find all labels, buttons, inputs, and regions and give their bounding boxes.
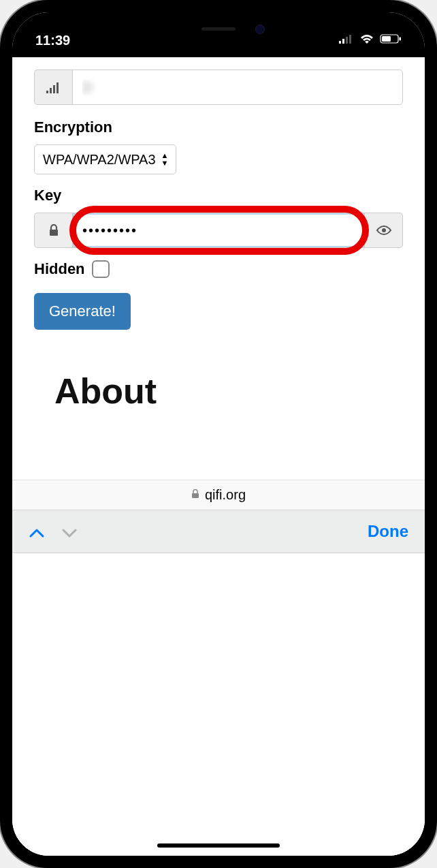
next-field-button[interactable] [61,521,78,542]
form-area: Encryption WPA/WPA2/WPA3 ▲▼ Key [12,57,425,412]
phone-screen: 11:39 E [12,12,425,856]
key-label: Key [34,187,403,204]
svg-rect-2 [346,37,348,44]
content: Encryption WPA/WPA2/WPA3 ▲▼ Key [12,57,425,856]
done-button[interactable]: Done [368,522,408,541]
lock-icon [34,213,72,248]
svg-rect-0 [339,41,341,44]
wifi-icon [359,33,374,47]
svg-rect-3 [349,35,351,44]
svg-rect-5 [382,36,391,42]
ssid-input-group [34,69,403,105]
hidden-checkbox[interactable] [92,260,110,278]
svg-rect-6 [400,37,402,41]
status-time: 11:39 [35,33,70,48]
svg-rect-8 [50,88,52,93]
show-password-button[interactable] [365,213,403,248]
cellular-icon [339,34,354,46]
keyboard-accessory-bar: Done [12,510,425,553]
hidden-label: Hidden [34,260,85,278]
ssid-input[interactable] [72,69,403,105]
key-input-group [34,213,403,248]
encryption-label: Encryption [34,119,403,136]
notch [130,12,307,42]
svg-rect-1 [342,39,344,44]
url-lock-icon [191,489,199,501]
nav-arrows [29,521,78,542]
home-indicator[interactable] [157,843,280,848]
svg-rect-7 [46,91,48,93]
svg-rect-10 [56,82,59,93]
phone-frame: 11:39 E [0,0,437,868]
battery-icon [380,34,402,46]
encryption-value: WPA/WPA2/WPA3 [43,152,156,168]
key-input[interactable] [72,213,365,248]
keyboard-area [12,553,425,856]
svg-rect-13 [192,493,199,498]
svg-rect-9 [53,85,55,93]
eye-icon [376,225,392,236]
encryption-select[interactable]: WPA/WPA2/WPA3 ▲▼ [34,144,176,174]
svg-point-12 [382,228,386,232]
generate-button[interactable]: Generate! [34,293,131,330]
prev-field-button[interactable] [29,521,45,542]
svg-rect-11 [50,230,58,236]
about-heading: About [54,371,403,412]
url-bar[interactable]: qifi.org [12,480,425,510]
signal-icon [34,69,72,105]
hidden-row: Hidden [34,260,403,278]
select-caret-icon: ▲▼ [161,152,168,167]
url-text: qifi.org [205,487,246,503]
status-icons [339,33,402,47]
